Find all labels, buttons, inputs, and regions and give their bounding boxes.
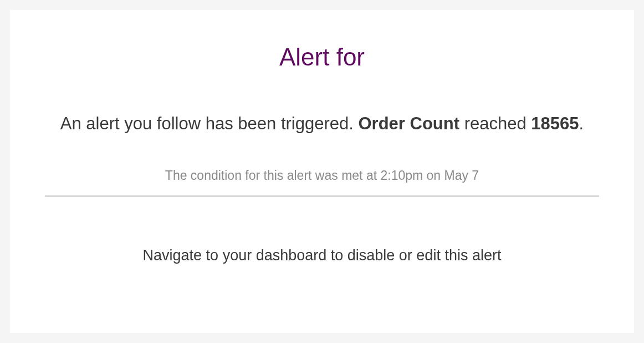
alert-metric-value: 18565 bbox=[531, 114, 579, 133]
alert-condition: The condition for this alert was met at … bbox=[32, 168, 612, 183]
alert-reached-word: reached bbox=[459, 114, 531, 133]
alert-body: An alert you follow has been triggered. … bbox=[59, 110, 585, 138]
alert-metric-name: Order Count bbox=[358, 114, 459, 133]
alert-period: . bbox=[579, 114, 584, 133]
alert-title: Alert for bbox=[32, 43, 612, 71]
alert-footer: Navigate to your dashboard to disable or… bbox=[32, 247, 612, 264]
alert-intro: An alert you follow has been triggered. bbox=[60, 114, 359, 133]
alert-card: Alert for An alert you follow has been t… bbox=[10, 10, 634, 333]
divider bbox=[45, 195, 599, 197]
